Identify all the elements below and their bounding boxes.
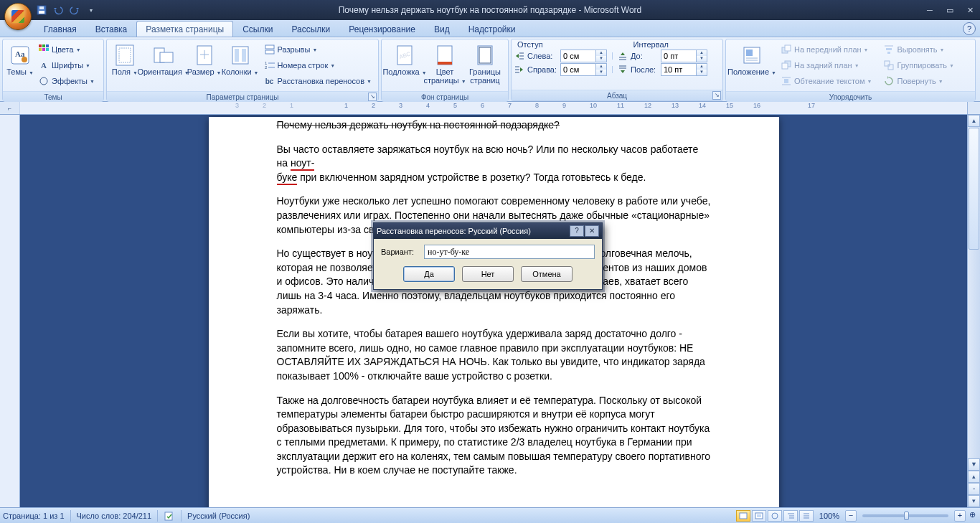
- zoom-out-button[interactable]: −: [845, 510, 857, 522]
- spacing-after-input[interactable]: [661, 63, 697, 76]
- next-page-button[interactable]: ▾: [968, 495, 980, 507]
- scroll-up-button[interactable]: ▲: [968, 115, 980, 127]
- paragraph-launcher[interactable]: ↘: [712, 91, 721, 100]
- spacing-before-label: До:: [631, 52, 658, 60]
- spacing-before-spinner[interactable]: ▲▼: [661, 50, 707, 62]
- hyphenation-button[interactable]: bcРасстановка переносов▼: [260, 73, 375, 89]
- yes-button[interactable]: Да: [403, 266, 455, 282]
- view-web-layout[interactable]: [768, 510, 782, 522]
- breaks-button[interactable]: Разрывы▼: [260, 42, 375, 57]
- variant-input[interactable]: [424, 245, 595, 259]
- horizontal-ruler[interactable]: ⌐ 3211234567891011121314151617: [0, 102, 980, 115]
- indent-left-input[interactable]: [560, 50, 596, 62]
- tab-references[interactable]: Ссылки: [233, 21, 282, 37]
- tab-home[interactable]: Главная: [34, 21, 86, 37]
- page-color-icon: [433, 44, 456, 67]
- tab-insert[interactable]: Вставка: [86, 21, 137, 37]
- columns-button[interactable]: Колонки▼: [222, 42, 259, 89]
- view-outline[interactable]: [783, 510, 798, 522]
- help-icon[interactable]: ?: [963, 22, 976, 35]
- indent-left-icon: [514, 51, 524, 61]
- cancel-button[interactable]: Отмена: [521, 266, 573, 282]
- zoom-slider[interactable]: [862, 514, 948, 517]
- tab-addins[interactable]: Надстройки: [459, 21, 525, 37]
- close-button[interactable]: ✕: [960, 4, 980, 17]
- theme-effects-button[interactable]: Эффекты▼: [34, 73, 98, 89]
- dialog-titlebar[interactable]: Расстановка переносов: Русский (Россия) …: [374, 223, 602, 239]
- page-setup-launcher[interactable]: ↘: [368, 93, 377, 101]
- indent-left-spinner[interactable]: ▲▼: [560, 50, 607, 62]
- size-button[interactable]: Размер▼: [187, 42, 222, 89]
- ruler-scale: 3211234567891011121314151617: [20, 102, 967, 114]
- zoom-expand-icon[interactable]: ⊕: [967, 510, 977, 522]
- office-button[interactable]: [4, 3, 32, 30]
- tab-page-layout[interactable]: Разметка страницы: [136, 21, 233, 37]
- theme-colors-label: Цвета: [52, 45, 74, 54]
- zoom-thumb[interactable]: [904, 512, 909, 520]
- svg-point-5: [22, 57, 27, 62]
- tab-review[interactable]: Рецензирование: [339, 21, 425, 37]
- themes-button[interactable]: Aa Темы▼: [6, 42, 34, 89]
- browse-object-button[interactable]: ◦: [968, 483, 980, 495]
- page-borders-icon: [473, 44, 496, 67]
- zoom-level[interactable]: 100%: [819, 512, 839, 520]
- spacing-before-icon: [618, 51, 628, 61]
- svg-rect-6: [39, 44, 42, 47]
- prev-page-button[interactable]: ▴: [968, 471, 980, 483]
- status-language[interactable]: Русский (Россия): [187, 512, 250, 520]
- theme-colors-button[interactable]: Цвета▼: [34, 42, 98, 57]
- svg-rect-57: [885, 61, 890, 66]
- save-icon[interactable]: [34, 3, 49, 17]
- send-back-button: На задний план▼: [777, 57, 875, 73]
- undo-icon[interactable]: [51, 3, 65, 17]
- spacing-header: Интервал: [633, 40, 669, 49]
- dialog-help-button[interactable]: ?: [570, 225, 584, 237]
- position-button[interactable]: Положение▼: [729, 42, 775, 89]
- status-bar: Страница: 1 из 1 Число слов: 204/211 Рус…: [0, 507, 980, 523]
- dialog-title: Расстановка переносов: Русский (Россия): [377, 227, 531, 235]
- page-color-button[interactable]: Цвет страницы▼: [425, 42, 465, 89]
- tab-mailings[interactable]: Рассылки: [282, 21, 339, 37]
- view-full-screen[interactable]: [752, 510, 766, 522]
- qat-dropdown-icon[interactable]: ▼: [84, 3, 98, 17]
- maximize-button[interactable]: ▭: [940, 4, 960, 17]
- spacing-after-spinner[interactable]: ▲▼: [661, 63, 707, 76]
- svg-rect-56: [887, 52, 890, 54]
- window-controls: ─ ▭ ✕: [920, 4, 980, 17]
- view-print-layout[interactable]: [736, 510, 750, 522]
- scroll-down-button[interactable]: ▼: [968, 458, 980, 471]
- orientation-button[interactable]: Ориентация▼: [140, 42, 187, 89]
- spacing-before-input[interactable]: [661, 50, 697, 62]
- line-numbers-button[interactable]: 12Номера строк▼: [260, 57, 375, 73]
- minimize-button[interactable]: ─: [920, 4, 940, 17]
- document-area[interactable]: Почему нельзя держать ноутбук на постоян…: [20, 115, 967, 507]
- vertical-scrollbar[interactable]: ▲ ▼ ▴ ◦ ▾: [967, 115, 980, 507]
- svg-point-63: [772, 513, 778, 519]
- view-draft[interactable]: [799, 510, 814, 522]
- variant-label: Вариант:: [381, 248, 424, 256]
- indent-right-spinner[interactable]: ▲▼: [560, 63, 607, 76]
- indent-right-input[interactable]: [560, 63, 596, 76]
- redo-icon[interactable]: [67, 3, 82, 17]
- proofing-icon[interactable]: [164, 510, 175, 522]
- zoom-in-button[interactable]: +: [954, 510, 966, 522]
- spacing-after-label: После:: [631, 65, 658, 74]
- orientation-icon: [152, 44, 175, 67]
- page-borders-button[interactable]: Границы страниц: [465, 42, 505, 89]
- status-word-count[interactable]: Число слов: 204/211: [77, 512, 152, 520]
- svg-rect-9: [39, 48, 42, 51]
- status-page[interactable]: Страница: 1 из 1: [3, 512, 65, 520]
- dialog-close-button[interactable]: ✕: [585, 225, 599, 237]
- svg-rect-50: [782, 63, 788, 69]
- theme-fonts-button[interactable]: AШрифты▼: [34, 57, 98, 73]
- page[interactable]: Почему нельзя держать ноутбук на постоян…: [209, 117, 779, 507]
- watermark-button[interactable]: ABCПодложка▼: [385, 42, 425, 89]
- no-button[interactable]: Нет: [462, 266, 514, 282]
- svg-rect-55: [886, 48, 892, 50]
- ribbon-tabs: Главная Вставка Разметка страницы Ссылки…: [0, 20, 980, 37]
- tab-view[interactable]: Вид: [425, 21, 459, 37]
- scroll-thumb[interactable]: [969, 128, 979, 250]
- ruler-toggle[interactable]: [967, 102, 980, 114]
- margins-button[interactable]: Поля▼: [110, 42, 140, 89]
- vertical-ruler[interactable]: [0, 115, 20, 507]
